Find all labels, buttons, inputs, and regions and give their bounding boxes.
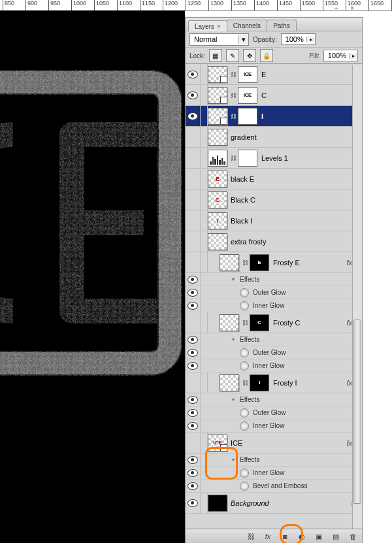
link-cell[interactable] (201, 64, 208, 84)
layer-name[interactable]: Black C (231, 196, 362, 204)
effect-item[interactable]: Bevel and Emboss (186, 480, 362, 493)
effects-row[interactable]: ▾Effects (186, 273, 362, 286)
lock-move-icon[interactable]: ✥ (243, 49, 256, 62)
visibility-toggle[interactable] (186, 169, 201, 189)
fx-badge[interactable]: fx (346, 439, 352, 447)
visibility-toggle[interactable] (186, 433, 201, 453)
layer-name[interactable]: black E (231, 175, 362, 183)
layer-thumb[interactable] (208, 233, 227, 250)
close-icon[interactable]: × (217, 23, 221, 30)
layer-row[interactable]: E black E (186, 169, 362, 189)
layer-mask[interactable]: E (250, 254, 269, 271)
effects-row[interactable]: ▾Effects (186, 333, 362, 346)
layer-row-selected[interactable]: ⛓ ICE I (186, 106, 362, 127)
layer-row[interactable]: I Black I (186, 210, 362, 231)
layer-name[interactable]: Frosty E (273, 259, 346, 267)
scrollbar[interactable] (352, 65, 362, 529)
effect-item[interactable]: Inner Glow (186, 299, 362, 312)
layer-name[interactable]: Frosty I (273, 379, 346, 387)
adjustment-layer-icon[interactable]: ◐ (297, 531, 307, 542)
fill-input[interactable]: 100% ▸ (323, 50, 358, 61)
document-canvas[interactable] (0, 10, 185, 543)
visibility-toggle[interactable] (186, 493, 201, 513)
layer-thumb[interactable] (220, 374, 239, 391)
layer-row[interactable]: C Black C (186, 189, 362, 210)
adjustment-thumb[interactable] (208, 150, 227, 167)
layer-mask[interactable]: C (250, 314, 269, 331)
layer-thumb[interactable]: ICE (208, 435, 227, 452)
fx-badge[interactable]: fx (346, 379, 352, 387)
visibility-toggle[interactable] (186, 312, 201, 333)
scroll-thumb[interactable] (353, 320, 361, 504)
effect-item[interactable]: Outer Glow (186, 406, 362, 420)
layer-row[interactable]: ICE ICE fx▴ (186, 433, 362, 453)
visibility-toggle[interactable] (186, 372, 201, 393)
visibility-toggle[interactable] (186, 210, 201, 231)
tab-paths[interactable]: Paths (267, 20, 297, 31)
layer-thumb[interactable] (208, 495, 227, 512)
fx-badge[interactable]: fx (346, 319, 352, 327)
layer-thumb[interactable] (208, 108, 227, 125)
layer-style-icon[interactable]: fx (263, 531, 273, 542)
layer-name[interactable]: E (261, 71, 362, 78)
layer-thumb[interactable]: C (208, 191, 227, 208)
effect-item[interactable]: Inner Glow (186, 359, 362, 372)
lock-all-icon[interactable]: 🔒 (260, 49, 273, 62)
layer-mask[interactable]: ICE (238, 108, 257, 125)
layer-row[interactable]: ⛓ ICE C (186, 85, 362, 106)
layer-row[interactable]: ⛓ I Frosty I fx▴ (186, 372, 362, 393)
visibility-toggle[interactable] (186, 64, 201, 84)
effect-item[interactable]: Inner Glow (186, 467, 362, 480)
layer-name[interactable]: C (261, 91, 362, 99)
effects-row[interactable]: ▾Effects (186, 453, 362, 467)
layer-mask[interactable]: ICE (238, 66, 257, 83)
layer-mask[interactable] (238, 150, 257, 167)
tab-layers[interactable]: Layers× (188, 20, 227, 31)
new-group-icon[interactable]: ▣ (314, 531, 324, 542)
delete-layer-icon[interactable]: 🗑 (348, 531, 358, 542)
layer-thumb[interactable] (208, 129, 227, 146)
layer-row[interactable]: ⛓ ICE E (186, 64, 362, 85)
lock-paint-icon[interactable]: ✎ (226, 49, 239, 62)
layer-thumb[interactable]: I (208, 212, 227, 229)
visibility-toggle[interactable] (186, 85, 201, 105)
layer-thumb[interactable] (208, 66, 227, 83)
layer-row-background[interactable]: Background 🔒 (186, 493, 362, 514)
blend-mode-select[interactable]: Normal ▾ (189, 33, 249, 46)
layer-name[interactable]: Background (231, 499, 349, 507)
layer-row[interactable]: extra frosty (186, 231, 362, 252)
layer-name[interactable]: extra frosty (231, 238, 362, 246)
opacity-input[interactable]: 100% ▸ (281, 33, 316, 45)
visibility-toggle[interactable] (186, 231, 201, 252)
fx-badge[interactable]: fx (346, 259, 352, 267)
layer-name[interactable]: Frosty C (273, 319, 346, 327)
effect-item[interactable]: Outer Glow (186, 346, 362, 359)
layer-row[interactable]: ⛓ Levels 1 (186, 148, 362, 169)
layer-thumb[interactable] (220, 254, 239, 271)
visibility-toggle[interactable] (186, 148, 201, 168)
visibility-toggle[interactable] (186, 127, 201, 147)
new-layer-icon[interactable]: ▤ (331, 531, 341, 542)
layers-list[interactable]: ⛓ ICE E ⛓ ICE C ⛓ ICE I gradient (186, 64, 362, 525)
layer-mask-icon[interactable]: ◙ (280, 531, 290, 542)
visibility-toggle[interactable] (186, 189, 201, 210)
link-layers-icon[interactable]: ⛓ (246, 531, 256, 542)
lock-transparency-icon[interactable]: ▦ (209, 49, 222, 62)
panel-window-controls[interactable]: – × (335, 5, 359, 12)
effect-item[interactable]: Inner Glow (186, 420, 362, 433)
effect-item[interactable]: Outer Glow (186, 286, 362, 299)
layer-name[interactable]: I (261, 112, 362, 120)
layer-row[interactable]: gradient (186, 127, 362, 148)
layer-thumb[interactable]: E (208, 171, 227, 188)
layer-name[interactable]: gradient (231, 133, 362, 141)
tab-channels[interactable]: Channels (227, 20, 267, 31)
layer-mask[interactable]: I (250, 374, 269, 391)
layer-thumb[interactable] (220, 314, 239, 331)
layer-name[interactable]: ICE (231, 439, 346, 447)
layer-mask[interactable]: ICE (238, 87, 257, 104)
layer-thumb[interactable] (208, 87, 227, 104)
layer-name[interactable]: Levels 1 (261, 154, 362, 162)
visibility-toggle[interactable] (186, 106, 201, 126)
layer-row[interactable]: ⛓ C Frosty C fx▴ (186, 312, 362, 333)
layer-row[interactable]: ⛓ E Frosty E fx▴ (186, 252, 362, 273)
